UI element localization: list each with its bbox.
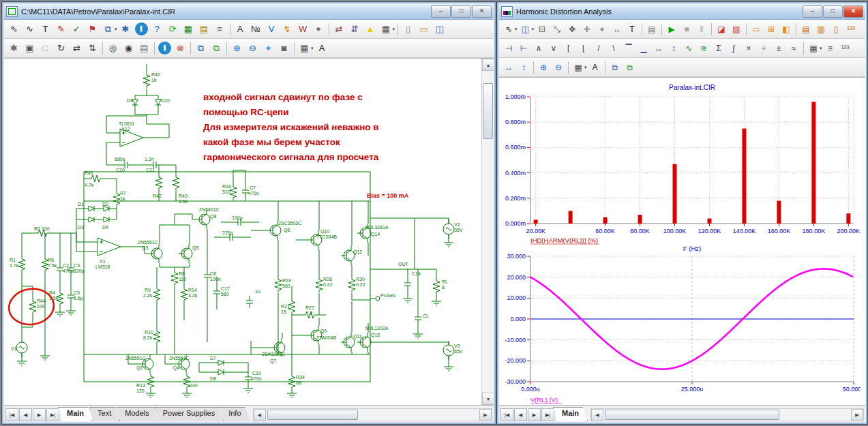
region-enable-icon[interactable]: ▦ (181, 21, 196, 37)
info-circle-icon[interactable]: ℹ (135, 22, 148, 35)
maximum-icon[interactable]: ⌈ (561, 41, 576, 56)
vertical-scrollbar[interactable]: ▲ ▼ (481, 59, 494, 405)
go-to-branch-icon[interactable]: ▦ (806, 41, 821, 56)
flip-vertical-icon[interactable]: ⇅ (85, 40, 100, 56)
one-plot-icon[interactable]: ▯ (828, 22, 843, 37)
analysis-titlebar[interactable]: Harmonic Distortion Analysis – □ ✕ (499, 4, 865, 20)
zoom-out-icon[interactable]: ⊖ (245, 40, 260, 56)
pin-connections-icon[interactable]: ⌖ (311, 21, 327, 37)
close-button[interactable]: ✕ (472, 5, 492, 18)
measure-check-icon[interactable]: ✓ (69, 21, 85, 37)
cursor-mode-icon[interactable]: ✛ (580, 22, 595, 37)
refresh-models-icon[interactable]: ⟳ (165, 21, 181, 37)
zoom-in-icon[interactable]: ⊕ (536, 60, 551, 75)
tab-last-button[interactable]: ▶| (46, 408, 59, 421)
split-window-icon[interactable]: ◫ (432, 21, 447, 37)
font-icon[interactable]: A (314, 40, 330, 56)
page-settings-icon[interactable]: ✱ (6, 40, 22, 56)
tab-power-supplies[interactable]: Power Supplies (154, 407, 224, 421)
file-list-icon[interactable]: ▤ (196, 21, 212, 37)
top-measure-icon[interactable]: ▔ (621, 41, 636, 56)
minimize-button[interactable]: – (431, 5, 451, 18)
minimize-button[interactable]: – (803, 5, 822, 18)
pause-analysis-icon[interactable]: ‖ (694, 22, 709, 37)
toggle-y-icon[interactable]: ⇵ (347, 21, 363, 37)
three-plots-icon[interactable]: ▤ (798, 22, 813, 37)
tolerance-icon[interactable]: ± (771, 41, 786, 56)
find-icon[interactable]: ◎ (105, 40, 121, 56)
tab-models[interactable]: Models (116, 407, 158, 421)
hscroll-thumb[interactable] (605, 410, 779, 420)
node-voltages-icon[interactable]: V (264, 21, 280, 37)
tab-first-button[interactable]: |◀ (5, 408, 18, 421)
zoom-rect-icon[interactable]: ⊡ (535, 22, 550, 37)
dropdown-arrow-icon[interactable]: ▾ (515, 27, 518, 32)
sum-icon[interactable]: Σ (711, 41, 726, 56)
align-cursors-icon[interactable]: ≡ (823, 41, 838, 56)
grid-select-icon[interactable]: ▦ (297, 40, 312, 56)
power-values-icon[interactable]: W (295, 21, 311, 37)
font-icon[interactable]: A (588, 60, 603, 75)
cursor-right-icon[interactable]: ⊢ (516, 41, 531, 56)
hscroll-track[interactable] (603, 409, 851, 421)
dropdown-arrow-icon[interactable]: ▾ (532, 27, 535, 32)
zoom-in-icon[interactable]: ⊕ (229, 40, 245, 56)
digits-icon[interactable]: ¹²³ (838, 41, 853, 56)
new-page-icon[interactable]: ▯ (400, 21, 416, 37)
fit-height-icon[interactable]: ↕ (516, 60, 531, 75)
page-tabs-icon[interactable]: ▭ (416, 21, 432, 37)
copy-to-clipboard-icon[interactable]: ⧉ (193, 40, 209, 56)
copy-page-icon[interactable]: ⧉ (209, 40, 224, 56)
scroll-right-button[interactable]: ▶ (851, 409, 863, 421)
scroll-up-button[interactable]: ▲ (482, 59, 494, 71)
rotate-icon[interactable]: ↻ (53, 40, 69, 56)
maximize-button[interactable]: □ (823, 5, 843, 18)
horizontal-tag-icon[interactable]: ↔ (610, 22, 625, 37)
waveform-icon[interactable]: ∿ (681, 41, 696, 56)
ruler-icon[interactable]: ▭ (749, 22, 764, 37)
schematic-titlebar[interactable]: C:\MC11\DATA\Petrov\Paralax\Paralax-int.… (4, 4, 494, 20)
scroll-left-button[interactable]: ◀ (254, 409, 266, 421)
help-mode-icon[interactable]: ? (149, 21, 165, 37)
copy-page-icon[interactable]: ⧉ (623, 60, 638, 75)
scroll-left-button[interactable]: ◀ (591, 409, 603, 421)
plus-box-icon[interactable]: ⊞ (764, 22, 779, 37)
text-tool-icon[interactable]: T (625, 22, 640, 37)
find-repeat-icon[interactable]: ◉ (121, 40, 136, 56)
scroll-right-button[interactable]: ▶ (479, 409, 492, 421)
ratio-icon[interactable]: ÷ (756, 41, 771, 56)
tab-main[interactable]: Main (553, 407, 588, 421)
graph-window-icon[interactable]: ◫ (518, 22, 533, 37)
properties-icon[interactable]: ▤ (644, 22, 659, 37)
warning-triangle-icon[interactable]: ▲ (363, 21, 378, 37)
horizontal-scrollbar[interactable]: ◀ ▶ (253, 408, 492, 421)
ghost-box-icon[interactable]: □ (38, 40, 53, 56)
select-arrow-icon[interactable]: ⇖ (501, 22, 516, 37)
dropdown-arrow-icon[interactable]: ▾ (393, 27, 395, 32)
width-measure-icon[interactable]: ↔ (651, 41, 666, 56)
info-page-icon[interactable]: ℹ (158, 42, 171, 55)
grid-select-icon[interactable]: ▦ (571, 60, 586, 75)
zoom-out-icon[interactable]: ⊖ (551, 60, 566, 75)
edit-pencil-icon[interactable]: ✎ (53, 21, 69, 37)
vscroll-track[interactable] (482, 71, 494, 393)
grid-toggle-icon[interactable]: ▦ (378, 21, 394, 37)
zoom-area-icon[interactable]: ⌖ (260, 40, 276, 56)
run-analysis-icon[interactable]: ▶ (664, 22, 679, 37)
flag-icon[interactable]: ⚑ (85, 21, 100, 37)
fit-width-icon[interactable]: ↔ (501, 60, 516, 75)
maximize-button[interactable]: □ (451, 5, 471, 18)
flip-horizontal-icon[interactable]: ⇄ (69, 40, 85, 56)
tokens-icon[interactable]: ▨ (729, 22, 744, 37)
cursor-left-icon[interactable]: ⊣ (501, 41, 516, 56)
attach-icon[interactable]: ✱ (118, 21, 134, 37)
rise-edge-icon[interactable]: / (591, 41, 606, 56)
minimum-icon[interactable]: ⌊ (576, 41, 591, 56)
toggle-x-icon[interactable]: ⇄ (331, 21, 347, 37)
stop-analysis-icon[interactable]: ⊗ (173, 40, 188, 56)
select-region-icon[interactable]: ▣ (22, 40, 38, 56)
current-arrows-icon[interactable]: ↯ (280, 21, 295, 37)
go-to-icon[interactable]: ▤ (136, 40, 152, 56)
vscroll-thumb[interactable] (483, 83, 493, 139)
peak-icon[interactable]: ∧ (531, 41, 546, 56)
